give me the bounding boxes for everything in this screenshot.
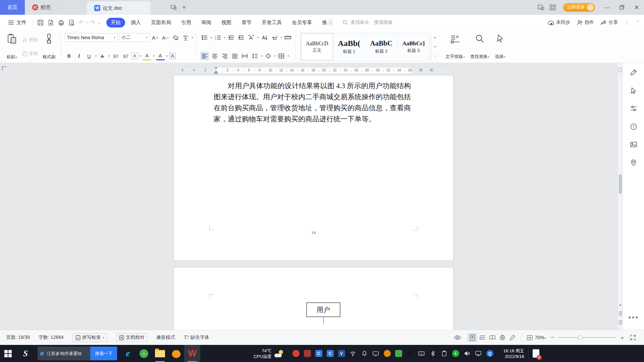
document-page-15[interactable]: 用户 (174, 267, 453, 330)
proofread-button[interactable]: 文档校对 (116, 333, 148, 342)
close-button[interactable]: ✕ (629, 0, 644, 15)
increase-indent-button[interactable] (237, 33, 246, 42)
tab-home[interactable]: 首页 (0, 0, 25, 15)
menu-tab-审阅[interactable]: 审阅 (197, 18, 216, 27)
bullet-list-dropdown[interactable]: ▾ (211, 36, 212, 39)
char-scale-button[interactable] (247, 33, 256, 42)
ruler-toggle-icon[interactable] (619, 68, 622, 72)
menu-tab-会员专享[interactable]: 会员专享 (287, 18, 316, 27)
justify-button[interactable] (230, 52, 239, 60)
file-menu-button[interactable]: 文件 (5, 19, 30, 26)
zoom-out-button[interactable]: − (549, 334, 555, 341)
align-left-button[interactable] (200, 52, 209, 60)
sort-button[interactable] (260, 33, 269, 42)
pinyin-dropdown[interactable]: ▾ (192, 36, 194, 39)
fullscreen-icon[interactable] (628, 333, 638, 342)
input-method-icon[interactable]: S (16, 345, 35, 362)
strikethrough-dropdown[interactable]: ▾ (108, 54, 110, 58)
bullet-list-button[interactable] (200, 33, 209, 42)
page-indicator[interactable]: 页面: 19/39 (6, 335, 30, 341)
left-indent-marker[interactable] (214, 72, 218, 74)
menu-tab-插入[interactable]: 插入 (126, 18, 145, 27)
vertical-scrollbar[interactable]: ▲ (618, 63, 623, 330)
zoom-slider[interactable] (559, 337, 616, 338)
menu-tab-开始[interactable]: 开始 (106, 18, 125, 27)
scrollbar-thumb[interactable] (619, 174, 622, 194)
char-border-button[interactable]: A (131, 53, 138, 59)
more-tabs-button[interactable]: › (328, 19, 333, 26)
compatibility-mode[interactable]: 兼容模式 (156, 335, 175, 341)
ocr-image-icon[interactable] (630, 141, 638, 149)
new-tab-button[interactable]: + (179, 2, 189, 13)
sidebar-more-icon[interactable]: ●●● (628, 314, 639, 320)
style-scroll-down-icon[interactable]: ▼ (432, 42, 438, 52)
style-标题 2[interactable]: AaBbC标题 2 (365, 33, 397, 60)
numbered-list-button[interactable]: 1 2 3 (214, 33, 222, 42)
pinyin-guide-button[interactable]: wén文 (181, 33, 190, 42)
book-view-icon[interactable] (487, 333, 497, 342)
missing-font-warning[interactable]: T? 缺失字体 (184, 335, 209, 341)
font-name-select[interactable]: Times New Roma▾ (65, 33, 118, 42)
wrap-mark-button[interactable] (270, 33, 279, 42)
tray-wifi-icon[interactable] (350, 350, 357, 357)
tab-docer[interactable]: 稻 稻壳 (25, 0, 58, 15)
next-page-button[interactable] (618, 319, 623, 325)
scroll-up-icon[interactable]: ▲ (618, 302, 623, 308)
collapse-ribbon-icon[interactable]: ⌃ (636, 20, 639, 25)
underline-dropdown[interactable]: ▾ (95, 54, 97, 58)
location-icon[interactable] (630, 159, 638, 167)
highlight-dropdown[interactable]: ▾ (153, 54, 155, 58)
save-button[interactable] (36, 18, 45, 27)
export-pdf-button[interactable] (46, 18, 56, 27)
taskbar-browser-360-icon[interactable]: ○ (136, 345, 152, 362)
style-scroll-up-icon[interactable]: ▲ (432, 33, 438, 42)
device-sync-icon[interactable] (168, 3, 179, 11)
restore-button[interactable] (614, 0, 629, 15)
pages-viewport[interactable]: 对用户具体功能的设计结果将以图 4.3 所示的用户功能结构图来进行体现。用户对于… (0, 76, 623, 330)
outline-view-icon[interactable] (477, 333, 487, 342)
align-center-button[interactable] (210, 52, 219, 60)
apps-grid-icon[interactable] (547, 3, 558, 12)
zoom-slider-knob[interactable] (578, 335, 583, 340)
fit-page-icon[interactable] (525, 333, 535, 342)
find-replace-button[interactable]: 查找替换▾ (468, 33, 492, 61)
wrap-mark-dropdown[interactable]: ▾ (281, 36, 282, 39)
undo-button[interactable]: ↶ (77, 18, 85, 27)
highlight-color-button[interactable]: A (143, 52, 151, 60)
style-标题 1[interactable]: AaBb(标题 1 (333, 33, 365, 60)
body-paragraph[interactable]: 对用户具体功能的设计结果将以图 4.3 所示的用户功能结构图来进行体现。用户对于… (214, 80, 411, 125)
taskbar-file-explorer-icon[interactable] (152, 345, 168, 362)
tab-ruler-button[interactable] (283, 33, 292, 42)
superscript-button[interactable]: X2 (111, 52, 120, 60)
format-painter-button[interactable]: 格式刷 (41, 33, 58, 61)
notification-center-icon[interactable]: 9 (528, 345, 544, 362)
decrease-font-button[interactable]: A— (161, 33, 170, 42)
tray-display-icon[interactable] (475, 350, 482, 357)
increase-font-button[interactable]: A＋ (151, 33, 160, 42)
taskbar-orange-app-icon[interactable] (168, 345, 184, 362)
start-button[interactable] (0, 345, 16, 362)
style-标题 3[interactable]: AaBbCc]标题 3 (397, 33, 430, 60)
print-preview-button[interactable] (67, 18, 76, 27)
line-spacing-dropdown[interactable]: ▾ (261, 54, 263, 58)
decrease-indent-button[interactable] (227, 33, 235, 42)
news-search-button[interactable]: 搜索一下 (90, 347, 117, 360)
tray-orange-app-icon[interactable] (384, 350, 391, 357)
switch-window-icon[interactable]: 1 (535, 3, 547, 11)
tray-browser-q-icon[interactable]: Q (486, 350, 493, 357)
tray-green-app-icon[interactable] (395, 350, 402, 357)
previous-page-button[interactable] (618, 310, 623, 316)
font-size-select[interactable]: 小二▾ (119, 33, 150, 42)
login-button[interactable]: 立即登录 (563, 3, 595, 12)
paste-button[interactable]: 粘贴▾ (5, 33, 19, 61)
copy-button[interactable]: 复制 (21, 50, 39, 57)
tab-document[interactable]: W 论文.doc (87, 1, 151, 15)
tray-notification-bell-icon[interactable] (361, 350, 368, 357)
word-count[interactable]: 字数: 12664 (39, 335, 64, 341)
web-view-icon[interactable] (497, 333, 507, 342)
share-button[interactable]: 分享 (601, 19, 618, 25)
style-正文[interactable]: AaBbCcD正文 (301, 33, 333, 60)
taskbar-clock[interactable]: 16:16 周五 2022/9/16 (499, 345, 528, 362)
clear-format-button[interactable] (171, 33, 180, 42)
horizontal-ruler[interactable]: 642246810121416182022242628303234363840 (174, 67, 453, 74)
